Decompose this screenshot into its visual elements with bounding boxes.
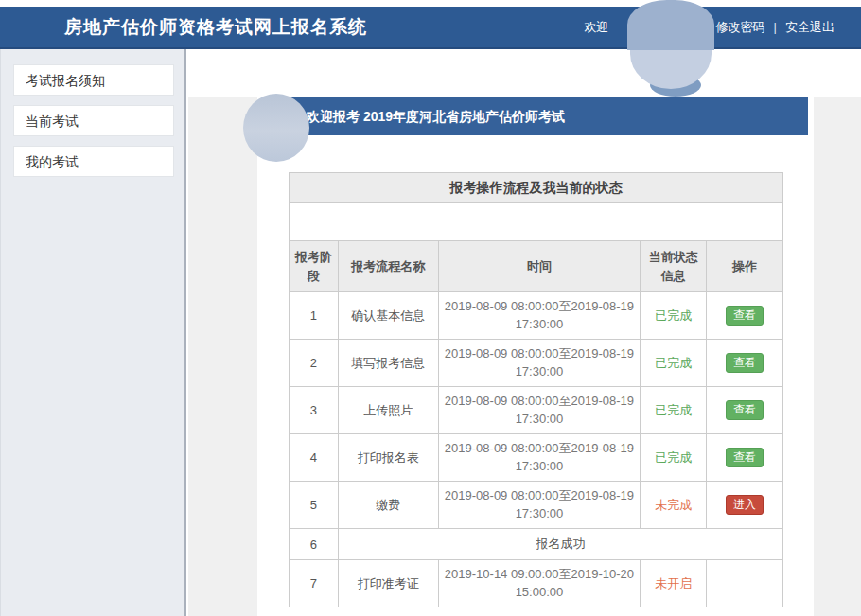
stage-cell: 7 bbox=[290, 560, 339, 607]
status-text: 已完成 bbox=[655, 450, 692, 465]
sidebar-item-current-exam[interactable]: 当前考试 bbox=[13, 105, 174, 136]
view-button[interactable]: 查看 bbox=[726, 306, 764, 326]
action-cell: 查看 bbox=[707, 434, 783, 482]
privacy-blur-username bbox=[627, 0, 714, 50]
privacy-blur-banner bbox=[243, 94, 309, 162]
logout-link[interactable]: 安全退出 bbox=[785, 7, 835, 47]
time-cell: 2019-08-09 08:00:00至2019-08-19 17:30:00 bbox=[438, 387, 641, 434]
stage-cell: 1 bbox=[290, 292, 339, 340]
stage-cell: 2 bbox=[290, 340, 339, 387]
app-header: 房地产估价师资格考试网上报名系统 欢迎 | 修改密码 | 安全退出 bbox=[0, 7, 861, 49]
empty-cell bbox=[290, 203, 783, 241]
sidebar-item-my-exam[interactable]: 我的考试 bbox=[13, 146, 174, 177]
process-name-cell: 上传照片 bbox=[338, 387, 438, 434]
change-password-link[interactable]: 修改密码 bbox=[716, 7, 765, 47]
column-header-status: 当前状态信息 bbox=[641, 241, 707, 292]
sidebar-item-exam-notice[interactable]: 考试报名须知 bbox=[13, 64, 174, 96]
separator: | bbox=[774, 7, 777, 47]
enter-button[interactable]: 进入 bbox=[726, 495, 764, 515]
table-header-row: 报考阶段 报考流程名称 时间 当前状态信息 操作 bbox=[290, 241, 783, 292]
sidebar: 考试报名须知 当前考试 我的考试 bbox=[0, 49, 186, 616]
workflow-row: 4打印报名表2019-08-09 08:00:00至2019-08-19 17:… bbox=[290, 434, 783, 482]
time-cell: 2019-08-09 08:00:00至2019-08-19 17:30:00 bbox=[438, 340, 641, 387]
status-cell: 已完成 bbox=[641, 292, 707, 340]
action-cell: 进入 bbox=[707, 482, 783, 529]
status-text: 已完成 bbox=[655, 308, 692, 323]
process-name-cell: 打印报名表 bbox=[338, 434, 438, 482]
workflow-row: 1确认基本信息2019-08-09 08:00:00至2019-08-19 17… bbox=[290, 292, 783, 340]
action-cell: 查看 bbox=[707, 340, 783, 387]
time-cell: 2019-08-09 08:00:00至2019-08-19 17:30:00 bbox=[438, 482, 641, 529]
column-header-action: 操作 bbox=[707, 241, 783, 292]
column-header-time: 时间 bbox=[438, 241, 641, 292]
page: 房地产估价师资格考试网上报名系统 欢迎 | 修改密码 | 安全退出 考试报名须知… bbox=[0, 0, 861, 616]
app-title: 房地产估价师资格考试网上报名系统 bbox=[64, 7, 367, 47]
view-button[interactable]: 查看 bbox=[726, 448, 764, 467]
workflow-rows: 1确认基本信息2019-08-09 08:00:00至2019-08-19 17… bbox=[290, 292, 783, 607]
stage-cell: 6 bbox=[290, 529, 339, 560]
content-background: 欢迎报考 2019年度河北省房地产估价师考试 报考操作流程及我当前的状态 bbox=[188, 97, 861, 616]
view-button[interactable]: 查看 bbox=[726, 353, 764, 373]
time-cell: 2019-10-14 09:00:00至2019-10-20 15:00:00 bbox=[438, 560, 641, 607]
column-header-stage: 报考阶段 bbox=[290, 241, 339, 292]
view-button[interactable]: 查看 bbox=[726, 400, 764, 420]
workflow-table: 报考操作流程及我当前的状态 报考阶段 报考流程名称 时间 当前状态信息 操作 bbox=[289, 172, 783, 607]
process-name-cell: 缴费 bbox=[338, 482, 438, 529]
status-cell: 未开启 bbox=[641, 560, 707, 607]
status-cell: 未完成 bbox=[641, 482, 707, 529]
status-text: 未完成 bbox=[655, 498, 692, 512]
action-cell bbox=[707, 560, 783, 607]
time-cell: 2019-08-09 08:00:00至2019-08-19 17:30:00 bbox=[438, 292, 641, 340]
column-header-process: 报考流程名称 bbox=[338, 241, 438, 292]
status-text: 已完成 bbox=[655, 403, 692, 417]
process-name-cell: 打印准考证 bbox=[338, 560, 438, 607]
status-text: 已完成 bbox=[655, 356, 692, 370]
workflow-row: 5缴费2019-08-09 08:00:00至2019-08-19 17:30:… bbox=[290, 482, 783, 529]
status-text: 未开启 bbox=[655, 576, 692, 590]
action-cell: 查看 bbox=[707, 387, 783, 434]
workflow-row: 7打印准考证2019-10-14 09:00:00至2019-10-20 15:… bbox=[290, 560, 783, 607]
workflow-row: 3上传照片2019-08-09 08:00:00至2019-08-19 17:3… bbox=[290, 387, 783, 434]
status-cell: 已完成 bbox=[641, 434, 707, 482]
table-empty-row bbox=[290, 203, 783, 241]
process-name-cell: 确认基本信息 bbox=[338, 292, 438, 340]
table-title-row: 报考操作流程及我当前的状态 bbox=[290, 173, 783, 203]
status-cell: 已完成 bbox=[641, 340, 707, 387]
content-panel: 欢迎报考 2019年度河北省房地产估价师考试 报考操作流程及我当前的状态 bbox=[257, 97, 814, 616]
merged-status-cell: 报名成功 bbox=[338, 529, 782, 560]
stage-cell: 3 bbox=[290, 387, 339, 434]
stage-cell: 5 bbox=[290, 482, 339, 529]
table-title: 报考操作流程及我当前的状态 bbox=[290, 173, 783, 203]
process-name-cell: 填写报考信息 bbox=[338, 340, 438, 387]
action-cell: 查看 bbox=[707, 292, 783, 340]
welcome-label: 欢迎 bbox=[584, 7, 608, 47]
workflow-row: 2填写报考信息2019-08-09 08:00:00至2019-08-19 17… bbox=[290, 340, 783, 387]
welcome-banner: 欢迎报考 2019年度河北省房地产估价师考试 bbox=[263, 97, 808, 135]
time-cell: 2019-08-09 08:00:00至2019-08-19 17:30:00 bbox=[438, 434, 641, 482]
workflow-row: 6报名成功 bbox=[290, 529, 783, 560]
stage-cell: 4 bbox=[290, 434, 339, 482]
status-cell: 已完成 bbox=[641, 387, 707, 434]
